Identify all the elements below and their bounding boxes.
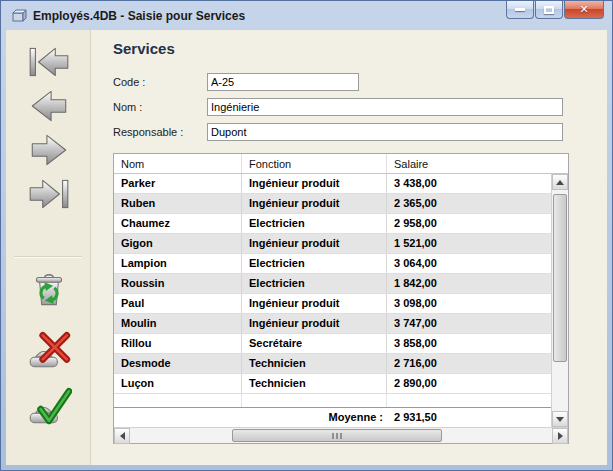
close-button[interactable]: ✕	[564, 1, 604, 19]
arrow-down-icon	[556, 417, 564, 422]
horizontal-scroll-thumb[interactable]	[232, 429, 442, 442]
empty-cell	[242, 394, 387, 407]
table-header: Nom Fonction Salaire	[114, 154, 568, 174]
code-label: Code :	[113, 76, 207, 88]
responsable-label: Responsable :	[113, 126, 207, 138]
column-header-salaire[interactable]: Salaire	[387, 154, 553, 173]
field-row-nom: Nom :	[113, 98, 607, 116]
table-row[interactable]: ParkerIngénieur produit3 438,00	[114, 174, 568, 194]
delete-record-button[interactable]	[24, 268, 74, 312]
last-record-icon	[26, 175, 72, 213]
table-cell: Technicien	[242, 354, 387, 373]
horizontal-scrollbar[interactable]	[114, 427, 568, 443]
trash-recycle-icon	[26, 268, 72, 312]
table-row[interactable]: GigonIngénieur produit1 521,00	[114, 234, 568, 254]
table-row[interactable]: MoulinIngénieur produit3 747,00	[114, 314, 568, 334]
table-cell: 1 842,00	[387, 274, 553, 293]
code-input[interactable]	[207, 73, 359, 91]
table-empty-row	[114, 394, 568, 407]
table-cell: Moulin	[114, 314, 242, 333]
table-cell: 3 064,00	[387, 254, 553, 273]
responsable-input[interactable]	[207, 123, 563, 141]
scroll-down-button[interactable]	[552, 411, 568, 427]
minimize-icon	[515, 8, 525, 11]
average-value: 2 931,50	[387, 408, 437, 427]
table-cell: 3 747,00	[387, 314, 553, 333]
table-cell: 2 958,00	[387, 214, 553, 233]
field-row-responsable: Responsable :	[113, 123, 607, 141]
table-row[interactable]: RillouSecrétaire3 858,00	[114, 334, 568, 354]
table-cell: Desmode	[114, 354, 242, 373]
table-cell: Gigon	[114, 234, 242, 253]
table-cell: Secrétaire	[242, 334, 387, 353]
table-cell: Ingénieur produit	[242, 234, 387, 253]
green-check-icon	[26, 384, 72, 428]
minimize-button[interactable]	[506, 1, 534, 19]
red-cross-icon	[26, 328, 72, 372]
table-row[interactable]: LampionElectricien3 064,00	[114, 254, 568, 274]
table-cell: 3 858,00	[387, 334, 553, 353]
table-cell: Ingénieur produit	[242, 294, 387, 313]
table-row[interactable]: PaulIngénieur produit3 098,00	[114, 294, 568, 314]
table-cell: 2 716,00	[387, 354, 553, 373]
table-cell: Chaumez	[114, 214, 242, 233]
arrow-left-icon	[120, 432, 125, 440]
table-cell: Ingénieur produit	[242, 194, 387, 213]
table-cell: Technicien	[242, 374, 387, 393]
table-cell: Roussin	[114, 274, 242, 293]
employees-table: Nom Fonction Salaire ParkerIngénieur pro…	[113, 153, 569, 444]
empty-cell	[114, 394, 242, 407]
cancel-button[interactable]	[24, 328, 74, 372]
column-header-nom[interactable]: Nom	[114, 154, 242, 173]
nom-input[interactable]	[207, 98, 563, 116]
table-cell: Electricien	[242, 274, 387, 293]
scroll-left-button[interactable]	[114, 428, 130, 444]
window-controls: ✕	[505, 1, 604, 19]
first-record-button[interactable]	[24, 40, 74, 84]
field-row-code: Code :	[113, 73, 607, 91]
app-window: Employés.4DB - Saisie pour Services ✕	[0, 0, 613, 471]
last-record-button[interactable]	[24, 172, 74, 216]
table-cell: 3 438,00	[387, 174, 553, 193]
record-toolbar	[6, 30, 91, 465]
table-cell: Parker	[114, 174, 242, 193]
table-row[interactable]: RubenIngénieur produit2 365,00	[114, 194, 568, 214]
titlebar[interactable]: Employés.4DB - Saisie pour Services ✕	[1, 1, 612, 30]
form-area: Services Code : Nom : Responsable : Nom …	[91, 30, 607, 465]
table-cell: Ingénieur produit	[242, 174, 387, 193]
table-cell: 2 365,00	[387, 194, 553, 213]
next-record-button[interactable]	[24, 128, 74, 172]
table-cell: Luçon	[114, 374, 242, 393]
table-cell: 2 890,00	[387, 374, 553, 393]
scroll-up-button[interactable]	[552, 174, 568, 190]
nom-label: Nom :	[113, 101, 207, 113]
table-cell: Rillou	[114, 334, 242, 353]
table-row[interactable]: ChaumezElectricien2 958,00	[114, 214, 568, 234]
table-row[interactable]: RoussinElectricien1 842,00	[114, 274, 568, 294]
table-row[interactable]: LuçonTechnicien2 890,00	[114, 374, 568, 394]
previous-record-icon	[26, 87, 72, 125]
average-label: Moyenne :	[242, 408, 387, 427]
table-cell: 3 098,00	[387, 294, 553, 313]
maximize-button[interactable]	[535, 1, 563, 19]
app-icon	[11, 8, 27, 24]
window-body: Services Code : Nom : Responsable : Nom …	[6, 30, 607, 465]
column-header-fonction[interactable]: Fonction	[242, 154, 387, 173]
close-icon: ✕	[579, 4, 588, 15]
arrow-right-icon	[558, 432, 563, 440]
vertical-scroll-thumb[interactable]	[553, 194, 567, 362]
grip-icon	[336, 433, 338, 439]
previous-record-button[interactable]	[24, 84, 74, 128]
table-row[interactable]: DesmodeTechnicien2 716,00	[114, 354, 568, 374]
table-body: ParkerIngénieur produit3 438,00RubenIngé…	[114, 174, 568, 394]
validate-button[interactable]	[24, 384, 74, 428]
window-title: Employés.4DB - Saisie pour Services	[33, 9, 245, 23]
table-cell: Lampion	[114, 254, 242, 273]
table-footer: Moyenne : 2 931,50	[114, 407, 568, 427]
scroll-right-button[interactable]	[552, 428, 568, 444]
table-cell: Ingénieur produit	[242, 314, 387, 333]
vertical-scrollbar[interactable]	[551, 174, 568, 427]
table-cell: Electricien	[242, 214, 387, 233]
table-cell: Electricien	[242, 254, 387, 273]
next-record-icon	[26, 131, 72, 169]
